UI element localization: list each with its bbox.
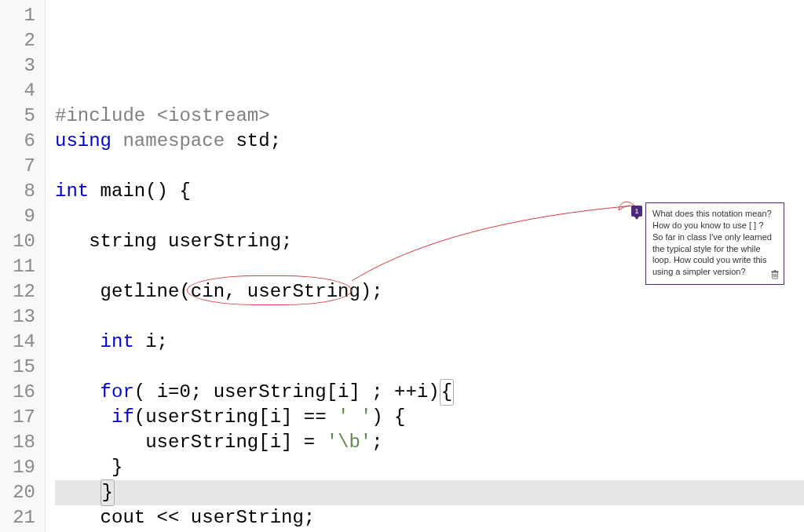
code-token: namespace: [122, 130, 236, 151]
line-number: 9: [0, 204, 45, 229]
svg-rect-5: [774, 270, 777, 271]
code-line[interactable]: int main() {: [55, 179, 804, 204]
comment-text: What does this notation mean? How do you…: [652, 208, 777, 278]
line-number: 17: [0, 405, 45, 430]
code-token: std: [236, 130, 269, 151]
code-line[interactable]: if(userString[i] == ' ') {: [55, 405, 804, 430]
code-token: }: [55, 457, 122, 478]
line-number: 2: [0, 28, 45, 53]
line-number: 18: [0, 430, 45, 455]
comment-badge[interactable]: 1: [631, 206, 642, 217]
code-line[interactable]: userString[i] = '\b';: [55, 430, 804, 455]
code-token: for: [100, 381, 134, 403]
line-number: 13: [0, 304, 45, 330]
code-token: {: [440, 379, 454, 406]
code-token: int: [55, 180, 100, 202]
line-number: 11: [0, 254, 45, 279]
code-token: ;: [371, 432, 382, 453]
code-token: i;: [145, 331, 168, 352]
code-token: [55, 331, 100, 352]
code-token: ) {: [371, 406, 405, 428]
code-token: getline(cin, userString);: [55, 281, 383, 302]
code-token: ; userString[i] ; ++i): [191, 381, 440, 403]
comment-badge-number: 1: [634, 207, 638, 215]
code-token: ' ': [338, 406, 371, 428]
line-number: 3: [0, 53, 45, 78]
code-token: using: [55, 130, 122, 151]
code-line[interactable]: [55, 355, 804, 380]
code-token: '\b': [327, 432, 372, 453]
code-token: userString[i] =: [55, 432, 327, 453]
code-token: [55, 381, 100, 403]
svg-rect-4: [772, 271, 779, 273]
line-number: 20: [0, 480, 45, 505]
code-token: [55, 406, 111, 428]
code-line[interactable]: for( i=0; userString[i] ; ++i){: [55, 380, 804, 405]
code-line[interactable]: int i;: [55, 330, 804, 355]
code-token: }: [100, 479, 115, 506]
line-number: 14: [0, 330, 45, 355]
line-number: 19: [0, 455, 45, 480]
line-number: 5: [0, 104, 45, 129]
code-line[interactable]: }: [55, 480, 804, 505]
code-token: int: [100, 331, 146, 352]
line-number: 12: [0, 279, 45, 304]
code-editor: 123456789101112131415161718192021 #inclu…: [0, 0, 804, 532]
line-number: 16: [0, 380, 45, 405]
code-line[interactable]: #include <iostream>: [55, 104, 804, 129]
code-line[interactable]: using namespace std;: [55, 129, 804, 154]
line-number: 4: [0, 78, 45, 104]
line-number: 6: [0, 129, 45, 154]
line-number: 21: [0, 505, 45, 530]
line-number: 7: [0, 154, 45, 179]
line-number-gutter: 123456789101112131415161718192021: [0, 0, 46, 532]
code-token: ;: [270, 130, 281, 151]
code-token: main: [100, 180, 146, 202]
code-line[interactable]: [55, 304, 804, 330]
code-token: ( i=: [134, 381, 180, 403]
code-token: cout << userString;: [55, 507, 315, 528]
comment-box[interactable]: What does this notation mean? How do you…: [645, 202, 784, 285]
line-number: 10: [0, 229, 45, 254]
code-token: #include: [55, 105, 157, 126]
code-token: if: [111, 406, 134, 428]
code-line[interactable]: cout << userString;: [55, 505, 804, 530]
code-token: 0: [179, 381, 190, 403]
code-line[interactable]: [55, 154, 804, 179]
line-number: 8: [0, 179, 45, 204]
line-number: 15: [0, 355, 45, 380]
code-token: () {: [145, 180, 191, 202]
code-token: [55, 482, 100, 503]
trash-icon[interactable]: [771, 270, 779, 279]
line-number: 1: [0, 3, 45, 28]
code-line[interactable]: }: [55, 455, 804, 480]
code-token: (userString[i] ==: [134, 406, 338, 428]
code-token: string userString;: [55, 231, 292, 252]
code-token: <iostream>: [157, 105, 270, 126]
